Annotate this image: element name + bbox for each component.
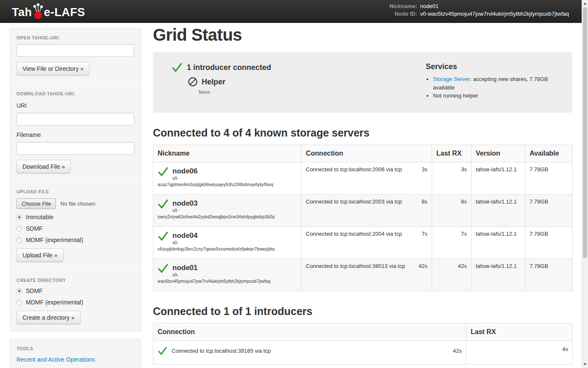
node-id-value: v0-wao5tzv45pmoju47jow7rvl4ukirjm5ytbh2k… xyxy=(420,11,569,17)
no-helper-icon xyxy=(188,77,198,87)
storage-servers-table: Nickname Connection Last RX Version Avai… xyxy=(153,145,573,291)
col-available: Available xyxy=(525,145,573,162)
server-nickname: node03 xyxy=(172,198,198,208)
check-icon xyxy=(158,346,167,356)
introducers-table: Connection Last RX Connected to tcp:loca… xyxy=(153,323,573,365)
available-cell: 7.78GB xyxy=(525,226,573,259)
nickname-cell: node01 v0- wao5tzv45pmoju47jow7rvl4ukirj… xyxy=(153,259,302,291)
nickname-cell: node03 v0- swny2viyw63ofxwi4x2yykd2woqjb… xyxy=(153,194,302,226)
version-cell: tahoe-lafs/1.12.1 xyxy=(472,226,525,259)
version-cell: tahoe-lafs/1.12.1 xyxy=(472,162,525,194)
server-row-node04: node04 v0- v6zuyjkbrrkqy2bvc2cny7qwax5sx… xyxy=(153,226,573,259)
page-title: Grid Status xyxy=(153,25,572,45)
last-rx-cell: 3s xyxy=(432,162,472,194)
services-title: Services xyxy=(426,62,560,71)
recent-operations-link[interactable]: Recent and Active Operations xyxy=(17,356,95,363)
radio-icon[interactable] xyxy=(17,226,22,231)
storage-server-link[interactable]: Storage Server xyxy=(433,76,470,82)
main-content: Grid Status 1 introducer connected Helpe… xyxy=(153,23,572,365)
vertical-scrollbar[interactable] xyxy=(582,0,588,368)
server-id-prefix: v0- xyxy=(172,208,198,213)
table-header-row: Nickname Connection Last RX Version Avai… xyxy=(153,145,573,162)
available-cell: 7.78GB xyxy=(525,194,573,226)
filename-input[interactable] xyxy=(17,142,134,155)
brand-text-post: e-LAFS xyxy=(44,6,86,19)
last-rx-cell: 4s xyxy=(466,340,573,364)
brand-text-pre: Tah xyxy=(12,6,32,19)
upload-format-immutable[interactable]: Immutable xyxy=(17,214,134,220)
sidebar-divider xyxy=(10,181,141,181)
server-id-hash: swny2viyw63ofxwi4x2yykd2woqjbpx3cw34xtri… xyxy=(158,215,297,219)
available-cell: 7.78GB xyxy=(525,259,573,291)
connection-age: 3s xyxy=(422,166,427,173)
col-last-rx: Last RX xyxy=(466,323,573,340)
col-version: Version xyxy=(472,145,525,162)
sidebar: OPEN TAHOE-URI: View File or Directory »… xyxy=(10,28,141,368)
connection-age: 8s xyxy=(422,198,427,205)
sidebar-forms-panel: OPEN TAHOE-URI: View File or Directory »… xyxy=(10,28,141,332)
connection-cell: Connected to tcp:localhost:2003 via tcp8… xyxy=(302,194,432,226)
col-connection: Connection xyxy=(153,323,466,340)
nickname-value: node01 xyxy=(420,3,569,9)
connection-cell: Connected to tcp:localhost:38013 via tcp… xyxy=(302,259,432,291)
upload-file-label: UPLOAD FILE xyxy=(17,189,134,194)
connection-cell: Connected to tcp:localhost:2006 via tcp3… xyxy=(302,162,432,194)
tools-panel: TOOLS Recent and Active Operations xyxy=(10,339,141,368)
connection-age: 7s xyxy=(422,231,427,237)
server-nickname: node01 xyxy=(172,263,198,272)
connection-cell: Connected to tcp:localhost:39165 via tcp… xyxy=(153,340,466,364)
introducer-row: Connected to tcp:localhost:39165 via tcp… xyxy=(153,340,573,364)
introducers-heading: Connected to 1 of 1 introducers xyxy=(153,305,572,318)
view-file-or-directory-button[interactable]: View File or Directory » xyxy=(17,62,89,75)
scroll-up-arrow-icon[interactable] xyxy=(583,3,587,5)
col-connection: Connection xyxy=(302,145,432,162)
radio-icon[interactable] xyxy=(17,288,22,294)
radio-label: MDMF (experimental) xyxy=(26,299,83,306)
upload-format-mdmf[interactable]: MDMF (experimental) xyxy=(17,237,134,243)
create-directory-label: CREATE DIRECTORY xyxy=(17,278,134,283)
sidebar-divider xyxy=(10,270,141,270)
nickname-label: Nickname: xyxy=(389,3,417,9)
scrollbar-thumb[interactable] xyxy=(583,7,587,258)
no-file-chosen-text: No file chosen xyxy=(60,201,95,207)
uri-input[interactable] xyxy=(17,113,134,125)
server-row-node01: node01 v0- wao5tzv45pmoju47jow7rvl4ukirj… xyxy=(153,259,573,291)
service-storage-item: Storage Server: accepting new shares, 7.… xyxy=(433,75,560,92)
file-picker: Choose File No file chosen xyxy=(17,198,134,209)
nickname-cell: node04 v0- v6zuyjkbrrkqy2bvc2cny7qwax5sx… xyxy=(153,226,302,259)
dir-format-mdmf[interactable]: MDMF (experimental) xyxy=(17,299,134,306)
server-id-hash: v6zuyjkbrrkqy2bvc2cny7qwax5sxumedsxfzfjw… xyxy=(158,247,297,251)
radio-label: SDMF xyxy=(26,287,43,294)
upload-format-sdmf[interactable]: SDMF xyxy=(17,225,134,232)
radio-label: SDMF xyxy=(26,225,43,232)
tahoe-node-icon xyxy=(33,3,44,20)
scroll-down-arrow-icon[interactable] xyxy=(583,363,587,365)
last-rx-cell: 7s xyxy=(432,226,472,259)
download-tahoe-uri-label: DOWNLOAD TAHOE-URI: xyxy=(17,91,134,96)
server-row-node06: node06 v0- acaz7qptmeo6m3asjlgkb6iwlyuqe… xyxy=(153,162,573,194)
connection-age: 42s xyxy=(453,348,462,354)
server-row-node03: node03 v0- swny2viyw63ofxwi4x2yykd2woqjb… xyxy=(153,194,573,226)
server-id-prefix: v0- xyxy=(172,176,198,181)
radio-icon[interactable] xyxy=(17,300,22,305)
radio-icon[interactable] xyxy=(17,237,22,243)
open-tahoe-uri-input[interactable] xyxy=(17,44,134,57)
grid-status-summary: 1 introducer connected Helper None Servi… xyxy=(153,52,572,113)
check-icon xyxy=(158,263,169,274)
server-id-prefix: v0- xyxy=(172,273,198,277)
radio-icon[interactable] xyxy=(17,215,22,220)
download-file-button[interactable]: Download File » xyxy=(17,160,71,173)
dir-format-sdmf[interactable]: SDMF xyxy=(17,287,134,294)
server-id-prefix: v0- xyxy=(172,240,198,245)
connection-cell: Connected to tcp:localhost:2004 via tcp7… xyxy=(302,226,432,259)
connection-status: 1 introducer connected Helper None xyxy=(172,62,426,95)
radio-label: MDMF (experimental) xyxy=(26,237,83,243)
choose-file-button[interactable]: Choose File xyxy=(17,198,56,209)
open-tahoe-uri-label: OPEN TAHOE-URI: xyxy=(17,35,134,40)
upload-file-button[interactable]: Upload File » xyxy=(17,248,64,262)
introducer-status-text: 1 introducer connected xyxy=(187,63,271,72)
tahoe-lafs-logo: Tah e-LAFS xyxy=(12,3,85,20)
introducer-connection-text: Connected to tcp:localhost:39165 via tcp xyxy=(172,348,271,354)
connection-age: 42s xyxy=(419,263,427,269)
create-directory-button[interactable]: Create a directory » xyxy=(17,311,80,324)
